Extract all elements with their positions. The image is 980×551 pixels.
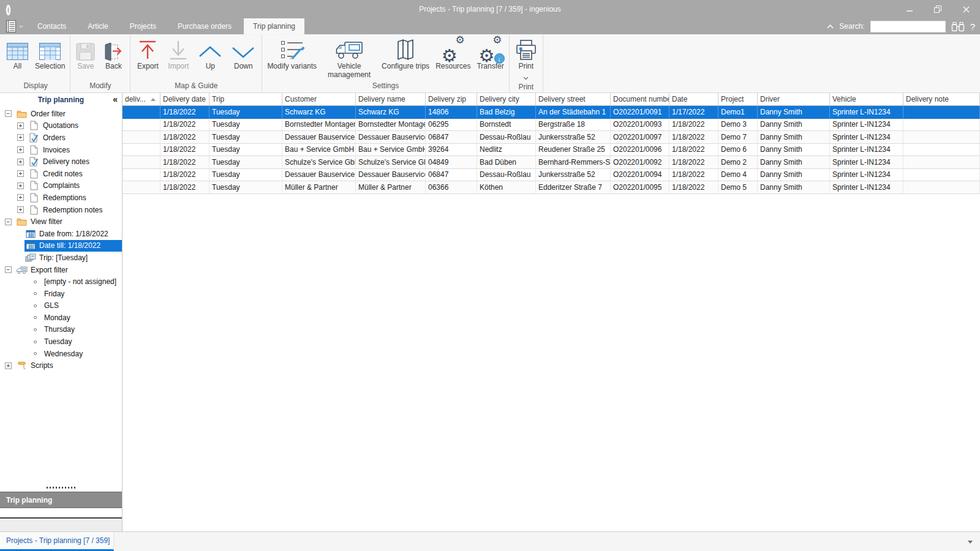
tree-item-redemptions[interactable]: +Redemptions: [0, 192, 122, 204]
table-cell-r1-c6[interactable]: Bornstedt: [477, 119, 536, 132]
table-cell-r6-c8[interactable]: O202201/0095: [611, 181, 669, 194]
collapse-sidebar-icon[interactable]: «: [113, 94, 118, 104]
search-input[interactable]: [870, 21, 946, 32]
menu-tab-article[interactable]: Article: [78, 18, 117, 34]
table-cell-r0-c5[interactable]: 14806: [426, 106, 477, 119]
table-cell-r5-c0[interactable]: [123, 169, 160, 182]
menu-tab-purchase-orders[interactable]: Purchase orders: [168, 18, 241, 34]
table-cell-r0-c12[interactable]: Sprinter L-IN1234: [830, 106, 903, 119]
table-cell-r6-c3[interactable]: Müller & Partner: [282, 181, 356, 194]
collapse-box-icon[interactable]: −: [5, 266, 12, 273]
tree-item-trip-tuesday[interactable]: Trip: [Tuesday]: [0, 252, 122, 264]
bottom-tab-trip-planning[interactable]: Projects - Trip planning [7 / 359]: [0, 532, 114, 551]
table-cell-r3-c3[interactable]: Bau + Service GmbH: [282, 144, 356, 157]
tree-item-complaints[interactable]: +Complaints: [0, 180, 122, 192]
table-cell-r6-c9[interactable]: 1/18/2022: [669, 181, 718, 194]
table-cell-r4-c11[interactable]: Danny Smith: [758, 156, 830, 169]
table-cell-r4-c4[interactable]: Schulze's Service GbR: [356, 156, 426, 169]
close-button[interactable]: [952, 0, 980, 18]
table-cell-r2-c0[interactable]: [123, 131, 160, 144]
table-cell-r5-c3[interactable]: Dessauer Bauservice: [282, 169, 356, 182]
minimize-button[interactable]: [895, 0, 924, 18]
ribbon-button-import[interactable]: Import: [163, 36, 194, 71]
column-header-customer[interactable]: Customer: [282, 93, 356, 106]
table-cell-r5-c7[interactable]: Junkersstraße 52: [536, 169, 611, 182]
table-cell-r2-c6[interactable]: Dessau-Roßlau: [477, 131, 536, 144]
table-cell-r1-c13[interactable]: [903, 119, 980, 132]
table-cell-r4-c5[interactable]: 04849: [426, 156, 477, 169]
tree-item-date-from-1-18-2022[interactable]: Date from: 1/18/2022: [0, 228, 122, 240]
tree-item-thursday[interactable]: Thursday: [0, 324, 122, 336]
table-cell-r2-c9[interactable]: 1/18/2022: [669, 131, 718, 144]
column-header-project[interactable]: Project: [718, 93, 758, 106]
tree-item-friday[interactable]: Friday: [0, 288, 122, 300]
chevron-down-icon[interactable]: [968, 541, 973, 544]
table-cell-r0-c7[interactable]: An der Städtebahn 1: [536, 106, 611, 119]
column-header-delivery-note[interactable]: Delivery note: [903, 93, 980, 106]
tree-item-gls[interactable]: GLS: [0, 300, 122, 312]
tree-item-date-till-1-18-2022[interactable]: Date till: 1/18/2022: [0, 240, 122, 252]
table-cell-r2-c7[interactable]: Junkersstraße 52: [536, 131, 611, 144]
table-cell-r4-c10[interactable]: Demo 2: [718, 156, 758, 169]
table-cell-r5-c2[interactable]: Tuesday: [209, 169, 282, 182]
table-cell-r1-c11[interactable]: Danny Smith: [758, 119, 830, 132]
table-cell-r1-c1[interactable]: 1/18/2022: [160, 119, 209, 132]
column-header-trip[interactable]: Trip: [209, 93, 282, 106]
table-cell-r4-c9[interactable]: 1/18/2022: [669, 156, 718, 169]
table-cell-r6-c2[interactable]: Tuesday: [209, 181, 282, 194]
table-cell-r4-c12[interactable]: Sprinter L-IN1234: [830, 156, 903, 169]
table-cell-r1-c12[interactable]: Sprinter L-IN1234: [830, 119, 903, 132]
ribbon-button-resources[interactable]: ⚙⚙Resources: [432, 36, 473, 71]
table-cell-r4-c7[interactable]: Bernhard-Remmers-S...: [536, 156, 611, 169]
tree-item-order-filter[interactable]: −Order filter: [0, 108, 122, 120]
table-cell-r1-c7[interactable]: Bergstraße 18: [536, 119, 611, 132]
column-header-delivery-zip[interactable]: Delivery zip: [426, 93, 477, 106]
table-cell-r3-c6[interactable]: Nedlitz: [477, 144, 536, 157]
table-cell-r3-c5[interactable]: 39264: [426, 144, 477, 157]
table-cell-r6-c0[interactable]: [123, 181, 160, 194]
table-cell-r2-c5[interactable]: 06847: [426, 131, 477, 144]
table-cell-r3-c0[interactable]: [123, 144, 160, 157]
expand-box-icon[interactable]: +: [17, 146, 24, 153]
table-cell-r2-c8[interactable]: O202201/0097: [611, 131, 669, 144]
column-header-driver[interactable]: Driver: [758, 93, 830, 106]
ribbon-button-selection[interactable]: Selection: [32, 36, 68, 71]
table-cell-r6-c4[interactable]: Müller & Partner: [356, 181, 426, 194]
table-cell-r0-c8[interactable]: O202201/0091: [611, 106, 669, 119]
table-cell-r5-c5[interactable]: 06847: [426, 169, 477, 182]
expand-box-icon[interactable]: +: [17, 194, 24, 201]
restore-button[interactable]: [924, 0, 952, 18]
table-cell-r6-c6[interactable]: Köthen: [477, 181, 536, 194]
table-cell-r5-c9[interactable]: 1/18/2022: [669, 169, 718, 182]
table-cell-r0-c13[interactable]: [903, 106, 980, 119]
table-cell-r4-c0[interactable]: [123, 156, 160, 169]
table-cell-r0-c6[interactable]: Bad Belzig: [477, 106, 536, 119]
table-cell-r4-c6[interactable]: Bad Düben: [477, 156, 536, 169]
table-cell-r1-c5[interactable]: 06295: [426, 119, 477, 132]
chevron-down-icon[interactable]: [523, 72, 529, 83]
ribbon-button-all[interactable]: All: [3, 36, 32, 71]
table-cell-r2-c1[interactable]: 1/18/2022: [160, 131, 209, 144]
ribbon-button-save[interactable]: Save: [72, 36, 99, 71]
table-cell-r0-c4[interactable]: Schwarz KG: [356, 106, 426, 119]
binoculars-icon[interactable]: [951, 21, 965, 32]
table-cell-r0-c1[interactable]: 1/18/2022: [160, 106, 209, 119]
app-menu-button[interactable]: [0, 18, 28, 34]
table-cell-r3-c12[interactable]: Sprinter L-IN1234: [830, 144, 903, 157]
table-cell-r3-c8[interactable]: O202201/0096: [611, 144, 669, 157]
table-cell-r0-c2[interactable]: Tuesday: [209, 106, 282, 119]
table-cell-r2-c3[interactable]: Dessauer Bauservice: [282, 131, 356, 144]
ribbon-button-up[interactable]: Up: [194, 36, 227, 71]
table-cell-r6-c13[interactable]: [903, 181, 980, 194]
column-header-delivery-city[interactable]: Delivery city: [477, 93, 536, 106]
tree-item-view-filter[interactable]: −View filter: [0, 216, 122, 228]
table-cell-r3-c1[interactable]: 1/18/2022: [160, 144, 209, 157]
table-cell-r1-c4[interactable]: Bornstedter Montagen: [356, 119, 426, 132]
table-cell-r4-c2[interactable]: Tuesday: [209, 156, 282, 169]
expand-box-icon[interactable]: +: [17, 122, 24, 129]
table-cell-r5-c1[interactable]: 1/18/2022: [160, 169, 209, 182]
expand-box-icon[interactable]: +: [17, 134, 24, 141]
table-cell-r6-c5[interactable]: 06366: [426, 181, 477, 194]
column-header-delivery-date[interactable]: Delivery date: [160, 93, 209, 106]
menu-tab-trip-planning[interactable]: Trip planning: [244, 18, 304, 34]
